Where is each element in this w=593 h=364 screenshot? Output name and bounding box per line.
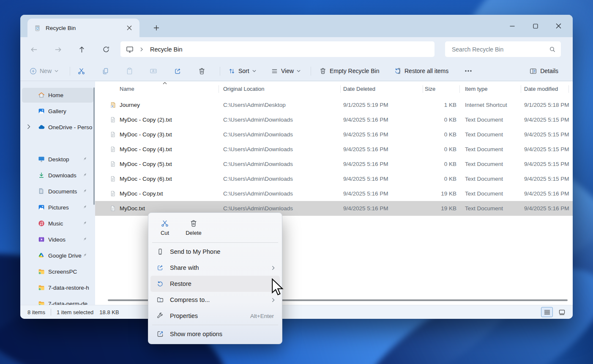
column-divider[interactable] (459, 85, 460, 93)
sidebar-item-downloads[interactable]: Downloads (22, 168, 93, 183)
details-view-toggle[interactable] (541, 307, 553, 317)
selection-size: 18.8 KB (99, 309, 119, 315)
file-row[interactable]: MyDoc - Copy.txt C:\Users\Admin\Download… (95, 186, 573, 201)
refresh-button[interactable] (98, 42, 114, 57)
column-divider[interactable] (521, 85, 521, 93)
back-button[interactable] (26, 42, 41, 57)
sort-arrows-icon (228, 68, 235, 75)
sidebar-item-google-drive[interactable]: Google Drive (22, 248, 93, 263)
main-area: Home Gallery OneDrive - Perso (20, 81, 573, 305)
breadcrumb-chevron-icon (140, 47, 143, 52)
file-date-modified: 9/4/2025 5:16 PM (524, 186, 571, 201)
file-type: Text Document (465, 127, 503, 142)
tab-recycle-bin[interactable]: Recycle Bin (27, 19, 139, 37)
maximize-button[interactable] (524, 19, 547, 34)
sidebar-scrollbar[interactable] (93, 87, 95, 205)
new-tab-button[interactable] (150, 22, 162, 33)
restore-icon (394, 67, 402, 75)
column-divider[interactable] (568, 85, 569, 93)
file-date-deleted: 9/4/2025 5:16 PM (343, 171, 388, 186)
sidebar-item-7-data-restore[interactable]: 7-data-restore-h (22, 280, 93, 295)
new-button[interactable]: New (26, 64, 62, 78)
details-pane-icon (529, 67, 537, 75)
menu-item-send-to-my-phone[interactable]: Send to My Phone (150, 244, 280, 260)
paste-button[interactable] (121, 64, 138, 78)
file-row[interactable]: MyDoc - Copy (5).txt C:\Users\Admin\Down… (95, 157, 573, 171)
sidebar-item-label: Google Drive (48, 253, 82, 259)
chevron-down-icon (55, 70, 58, 72)
cut-button[interactable] (73, 64, 90, 78)
sidebar-item-documents[interactable]: Documents (22, 184, 93, 199)
view-button[interactable]: View (268, 64, 304, 78)
delete-button[interactable] (193, 64, 210, 78)
minimize-button[interactable] (500, 19, 524, 34)
file-row[interactable]: MyDoc - Copy (2).txt C:\Users\Admin\Down… (95, 112, 573, 127)
sidebar-item-home[interactable]: Home (22, 88, 93, 103)
details-pane-button[interactable]: Details (526, 64, 562, 78)
file-rows: Journey C:\Users\Admin\Desktop 9/1/2025 … (95, 98, 573, 216)
context-delete-button[interactable]: Delete (180, 216, 207, 239)
sidebar: Home Gallery OneDrive - Perso (20, 81, 95, 305)
sort-button[interactable]: Sort (225, 64, 260, 78)
file-row[interactable]: MyDoc - Copy (3).txt C:\Users\Admin\Down… (95, 127, 573, 142)
large-icons-view-toggle[interactable] (556, 307, 568, 317)
forward-button[interactable] (50, 42, 66, 57)
column-header-size[interactable]: Size (425, 81, 435, 97)
onedrive-cloud-icon (38, 123, 46, 131)
column-divider[interactable] (340, 85, 341, 93)
close-button[interactable] (547, 19, 570, 34)
up-button[interactable] (74, 42, 89, 57)
navigation-bar: Recycle Bin (20, 37, 573, 61)
google-drive-icon (38, 252, 45, 259)
file-row[interactable]: MyDoc - Copy (6).txt C:\Users\Admin\Down… (95, 171, 573, 186)
column-header-name[interactable]: Name (120, 81, 134, 97)
sidebar-item-videos[interactable]: Videos (22, 232, 93, 247)
menu-item-compress-to[interactable]: Compress to... (150, 292, 280, 308)
more-options-icon[interactable] (460, 64, 477, 78)
file-location: C:\Users\Admin\Downloads (223, 171, 293, 186)
sidebar-item-music[interactable]: Music (22, 216, 93, 231)
pin-icon (82, 253, 87, 258)
new-plus-icon (30, 68, 37, 75)
file-name: MyDoc - Copy (6).txt (120, 171, 172, 186)
column-header-date-modified[interactable]: Date modified (524, 81, 558, 97)
search-icon[interactable] (549, 46, 556, 53)
file-date-deleted: 9/1/2025 5:19 PM (343, 98, 388, 112)
home-icon (38, 91, 45, 99)
restore-all-items-button[interactable]: Restore all items (390, 64, 452, 78)
file-explorer-window: Recycle Bin (20, 15, 573, 319)
context-cut-button[interactable]: Cut (151, 216, 178, 239)
column-divider[interactable] (423, 85, 423, 93)
synced-folder-icon (38, 268, 45, 275)
sidebar-item-screenspc[interactable]: ScreensPC (22, 264, 93, 279)
tab-close-icon[interactable] (124, 23, 134, 33)
sidebar-item-gallery[interactable]: Gallery (22, 104, 93, 119)
column-divider[interactable] (219, 85, 219, 93)
sidebar-item-pictures[interactable]: Pictures (22, 200, 93, 215)
menu-item-show-more-options[interactable]: Show more options (150, 326, 280, 342)
rename-button[interactable] (145, 64, 162, 78)
menu-item-share-with[interactable]: Share with (150, 260, 280, 276)
sidebar-item-desktop[interactable]: Desktop (22, 152, 93, 167)
breadcrumb-location[interactable]: Recycle Bin (150, 46, 183, 53)
recycle-bin-icon (34, 24, 41, 32)
file-name: MyDoc - Copy (4).txt (120, 142, 172, 157)
menu-item-label: Show more options (170, 331, 222, 337)
column-header-item-type[interactable]: Item type (465, 81, 487, 97)
empty-recycle-bin-button[interactable]: Empty Recycle Bin (315, 64, 383, 78)
breadcrumb[interactable]: Recycle Bin (120, 41, 435, 57)
file-row[interactable]: MyDoc - Copy (4).txt C:\Users\Admin\Down… (95, 142, 573, 157)
sidebar-item-label: Desktop (48, 156, 69, 163)
copy-button[interactable] (97, 64, 114, 78)
column-header-date-deleted[interactable]: Date Deleted (343, 81, 375, 97)
share-button[interactable] (169, 64, 186, 78)
chevron-right-icon[interactable] (27, 124, 30, 129)
menu-item-restore[interactable]: Restore (150, 276, 280, 292)
sidebar-item-onedrive[interactable]: OneDrive - Perso (22, 120, 93, 135)
text-document-icon (109, 116, 116, 123)
file-name: MyDoc.txt (120, 201, 145, 216)
menu-item-properties[interactable]: Properties Alt+Enter (150, 308, 280, 324)
search-input[interactable] (451, 46, 549, 53)
column-header-location[interactable]: Original Location (223, 81, 265, 97)
file-row[interactable]: Journey C:\Users\Admin\Desktop 9/1/2025 … (95, 98, 573, 112)
